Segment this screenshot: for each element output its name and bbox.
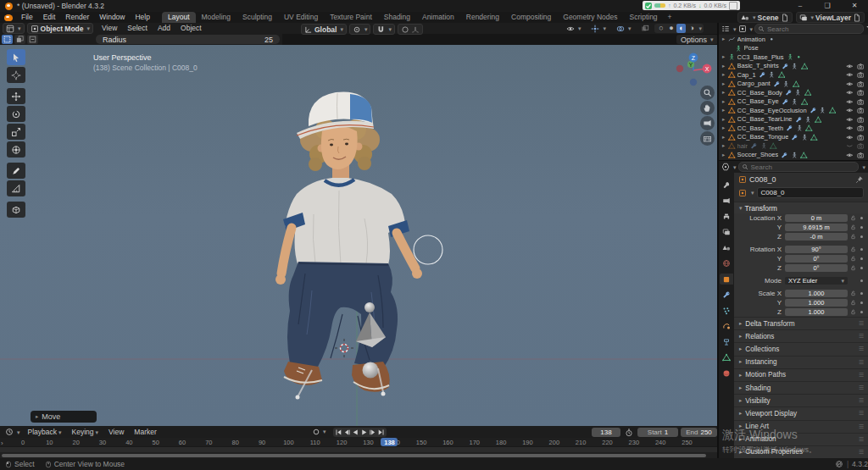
current-frame-field[interactable]: 138 bbox=[592, 428, 620, 437]
armature-modifier-icon[interactable] bbox=[819, 107, 826, 114]
perspective-toggle-button[interactable] bbox=[700, 131, 715, 146]
expand-arrow-icon[interactable]: ▸ bbox=[722, 143, 728, 149]
outliner-editor-icon[interactable] bbox=[721, 25, 730, 33]
modifier-wrench-icon[interactable] bbox=[810, 107, 817, 114]
outliner-item[interactable]: ▸CC_Base_TearLine bbox=[719, 115, 868, 124]
section-delta-transform[interactable]: ▸Delta Transform☰ bbox=[734, 317, 868, 329]
blender-logo-icon[interactable] bbox=[4, 14, 13, 21]
viewport-menu-select[interactable]: Select bbox=[122, 23, 153, 34]
object-icon[interactable] bbox=[738, 189, 747, 197]
eye-visible-icon[interactable] bbox=[846, 152, 854, 159]
viewport-menu-add[interactable]: Add bbox=[153, 23, 175, 34]
tool-cursor-button[interactable] bbox=[7, 67, 25, 83]
rotation-mode-select[interactable]: XYZ Euler▾ bbox=[785, 277, 848, 285]
overlays-toggle[interactable]: ▾ bbox=[614, 24, 634, 33]
tool-annotate-button[interactable] bbox=[7, 163, 25, 179]
armature-modifier-icon[interactable] bbox=[760, 142, 768, 150]
properties-tab-tool[interactable] bbox=[720, 180, 733, 191]
expand-arrow-icon[interactable]: ▸ bbox=[722, 64, 728, 69]
transform-panel-header[interactable]: ▾ Transform bbox=[734, 202, 868, 213]
modifier-wrench-icon[interactable] bbox=[782, 98, 789, 106]
animate-dot[interactable] bbox=[858, 248, 865, 251]
tool-transform-button[interactable] bbox=[7, 141, 25, 158]
modifier-wrench-icon[interactable] bbox=[750, 142, 758, 150]
armature-modifier-icon[interactable] bbox=[791, 152, 798, 159]
lock-icon[interactable] bbox=[848, 309, 858, 315]
properties-search-input[interactable] bbox=[738, 162, 860, 172]
tool-add-cube-button[interactable] bbox=[7, 202, 25, 218]
tool-move-button[interactable] bbox=[7, 88, 25, 104]
3d-viewport[interactable]: User Perspective (138) Scene Collection … bbox=[0, 45, 717, 426]
select-mode-extend-button[interactable] bbox=[14, 35, 25, 44]
timeline-menu-view[interactable]: View bbox=[103, 428, 129, 436]
operator-panel[interactable]: ▸ Move bbox=[31, 411, 97, 423]
outliner-item[interactable]: ▸hair bbox=[719, 141, 868, 151]
scrollbar-handle[interactable] bbox=[2, 454, 706, 457]
radius-slider[interactable]: Radius 25 bbox=[96, 35, 280, 44]
modifier-wrench-icon[interactable] bbox=[786, 124, 793, 132]
gizmos-toggle[interactable]: ▾ bbox=[588, 24, 609, 33]
modifier-wrench-icon[interactable] bbox=[781, 152, 788, 159]
animate-dot[interactable] bbox=[858, 279, 865, 282]
timeline-scrollbar[interactable] bbox=[0, 452, 717, 458]
properties-tab-material[interactable] bbox=[720, 368, 733, 379]
expand-arrow-icon[interactable]: ▸ bbox=[722, 36, 728, 42]
expand-arrow-icon[interactable]: ▸ bbox=[722, 72, 728, 78]
jump-to-next-keyframe-button[interactable] bbox=[369, 428, 376, 436]
timeline-menu-marker[interactable]: Marker bbox=[129, 428, 161, 436]
lock-icon[interactable] bbox=[848, 215, 858, 221]
field-value[interactable]: 9.6915 m bbox=[785, 224, 848, 232]
outliner-item[interactable]: ▸CC_Base_Eye bbox=[719, 97, 868, 107]
current-frame-indicator[interactable]: 138 bbox=[381, 438, 398, 446]
eye-visible-icon[interactable] bbox=[846, 80, 854, 88]
section-viewport-display[interactable]: ▸Viewport Display☰ bbox=[734, 406, 868, 419]
object-name-field[interactable]: C008_0 bbox=[757, 187, 864, 198]
workspace-tab-sculpting[interactable]: Sculpting bbox=[236, 12, 278, 23]
workspace-tab-compositing[interactable]: Compositing bbox=[505, 12, 557, 23]
eye-visible-icon[interactable] bbox=[846, 98, 854, 106]
view-layer-selector[interactable]: ▾ ViewLayer bbox=[796, 12, 865, 23]
menu-file[interactable]: File bbox=[16, 13, 38, 21]
mode-select[interactable]: Object Mode ▾ bbox=[27, 23, 94, 34]
workspace-tab-animation[interactable]: Animation bbox=[416, 12, 460, 23]
timeline-expand-arrow[interactable]: › bbox=[1, 440, 3, 447]
section-collections[interactable]: ▸Collections☰ bbox=[734, 342, 868, 355]
render-visibility-icon[interactable] bbox=[857, 63, 865, 70]
pan-button[interactable] bbox=[700, 101, 715, 115]
menu-edit[interactable]: Edit bbox=[38, 13, 61, 21]
eye-visible-icon[interactable] bbox=[846, 63, 854, 70]
field-value[interactable]: -0 m bbox=[785, 233, 848, 241]
expand-arrow-icon[interactable]: ▸ bbox=[722, 117, 728, 123]
shading-dropdown[interactable]: ▾ bbox=[698, 25, 702, 31]
tool-rotate-button[interactable] bbox=[7, 106, 25, 122]
shading-solid-button[interactable]: ● bbox=[666, 24, 676, 33]
eye-visible-icon[interactable] bbox=[846, 116, 854, 124]
properties-tab-view-layer[interactable] bbox=[720, 227, 733, 238]
properties-tab-modifiers[interactable] bbox=[720, 290, 733, 301]
render-visibility-icon[interactable] bbox=[857, 134, 865, 141]
workspace-tab-rendering[interactable]: Rendering bbox=[460, 12, 505, 23]
select-mode-new-button[interactable] bbox=[2, 35, 13, 44]
workspace-tab-uv-editing[interactable]: UV Editing bbox=[278, 12, 324, 23]
play-reverse-button[interactable] bbox=[352, 428, 359, 436]
section-relations[interactable]: ▸Relations☰ bbox=[734, 329, 868, 342]
properties-tab-output[interactable] bbox=[720, 211, 733, 222]
expand-arrow-icon[interactable]: ▸ bbox=[722, 99, 728, 105]
menu-help[interactable]: Help bbox=[130, 13, 154, 21]
field-value[interactable]: 0° bbox=[785, 255, 848, 263]
lock-icon[interactable] bbox=[848, 300, 858, 306]
modifier-wrench-icon[interactable] bbox=[795, 116, 803, 124]
outliner-item[interactable]: ▸Basic_T_shirts bbox=[719, 62, 868, 71]
armature-modifier-icon[interactable] bbox=[782, 80, 790, 88]
lock-icon[interactable] bbox=[848, 256, 858, 262]
armature-modifier-icon[interactable] bbox=[791, 63, 798, 70]
tool-scale-button[interactable] bbox=[7, 124, 25, 140]
render-visibility-icon[interactable] bbox=[857, 116, 865, 124]
play-button[interactable] bbox=[360, 428, 368, 436]
expand-arrow-icon[interactable]: ▸ bbox=[722, 135, 728, 141]
stopwatch-icon[interactable] bbox=[625, 429, 633, 437]
eye-visible-icon[interactable] bbox=[846, 89, 854, 97]
render-visibility-icon[interactable] bbox=[857, 71, 865, 79]
animate-dot[interactable] bbox=[858, 292, 865, 295]
zoom-button[interactable] bbox=[700, 86, 715, 100]
